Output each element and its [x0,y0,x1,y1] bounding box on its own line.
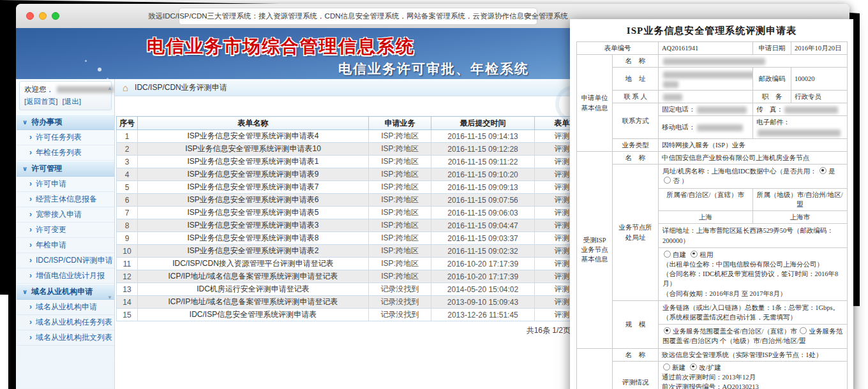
sidebar-item-label: 许可变更 [36,225,66,234]
cell-name: ISP业务信息安全管理系统评测申请表3 [138,219,369,232]
table-row[interactable]: 8ISP业务信息安全管理系统评测申请表3ISP:跨地区2016-11-15 09… [117,219,605,232]
sidebar-item[interactable]: ›域名从业机构申请 [17,300,114,315]
scale-line2: （系统根据覆盖情况栏自动计算，无需填写） [662,314,797,321]
applications-table: 序号表单名称申请业务最后提交时间表单状态 1ISP业务信息安全管理系统评测申请表… [116,116,605,321]
cell-business: 记录没找到 [369,309,431,321]
cell-no: 2 [117,143,138,156]
app-title: 电信业务市场综合管理信息系统 [147,34,415,59]
form-no-value: AQ20161941 [659,42,753,55]
redacted-value [697,106,747,114]
sidebar-item-label: IDC/ISP/CDN评测申请 [36,256,113,265]
radio-rebuild[interactable] [690,363,697,371]
radio-scope-province[interactable] [664,327,671,334]
table-row[interactable]: 13IDC机房运行安全评测申请登记表记录没找到2014-05-20 15:04:… [117,283,605,296]
cell-name: ISP业务信息安全管理系统评测申请表7 [138,181,369,194]
cell-no: 4 [117,168,138,181]
home-page-link[interactable]: [返回首页] [24,98,57,105]
address-bar[interactable]: 致远IDC/ISP/CDN三大管理系统：接入资源管理系统，CDN信息安全管理系统… [179,8,537,25]
zip-label: 邮政编码 [753,68,791,90]
cell-time: 2016-11-15 09:03:37 [431,232,535,245]
sidebar-section-header[interactable]: ∨许可管理 [17,161,114,177]
sidebar-item[interactable]: ›经营主体信息报备 [17,192,114,207]
cell-name: ISP业务信息安全管理系统评测申请表1 [138,156,369,168]
table-row[interactable]: 14ICP/IP地址/域名信息备案管理系统评测申请登记表记录没找到2013-09… [117,296,605,309]
cell-no: 7 [117,207,138,219]
sidebar-item[interactable]: ›许可变更 [17,223,114,238]
sidebar-item-label: 年检任务列表 [36,148,82,157]
eval-line2: 前次评测报告编号：AQ20130213 [662,383,759,389]
cell-name: ISP业务信息安全管理系统评测申请表4 [138,130,369,143]
sidebar-item[interactable]: ›域名从业机构任务列表 [17,315,114,330]
table-row[interactable]: 5ISP业务信息安全管理系统评测申请表7ISP:跨地区2016-11-15 09… [117,181,605,194]
province-header: 所属省/自治区/（直辖）市 [659,189,753,211]
breadcrumb-text: IDC/ISP/CDN业务评测申请 [135,79,227,96]
mobile-cell: 移动电话： [659,116,753,138]
job-value: 行政专员 [791,90,848,103]
table-row[interactable]: 4ISP业务信息安全管理系统评测申请表9ISP:跨地区2016-11-15 09… [117,168,605,181]
radio-scope-cities[interactable] [800,327,807,334]
sidebar-section-header[interactable]: ∨待办事项 [17,114,114,130]
cell-no: 5 [117,181,138,194]
sidebar-item[interactable]: ›年检任务列表 [17,145,114,161]
redacted-value [663,71,753,78]
sidebar-item-label: 域名从业机构任务列表 [36,318,112,327]
radio-rent[interactable] [691,251,698,258]
cell-time: 2014-05-20 15:04:02 [431,283,535,296]
minimize-window-button[interactable] [39,12,47,20]
table-row[interactable]: 10ISP业务信息安全管理系统评测申请表2ISP:跨地区2016-11-15 0… [117,245,605,258]
redacted-value [758,129,841,136]
cell-no: 9 [117,232,138,245]
scroll-up-icon[interactable]: ▲ [107,85,112,91]
eval-cell: 新建 改/扩建 通过前次评测时间：2013年12月 前次评测报告编号：AQ201… [659,361,848,389]
sidebar-item[interactable]: ›宽带接入申请 [17,207,114,223]
detail-addr: 详细地址：上海市普陀区延长西路529弄50号（邮政编码：200000） [659,224,847,247]
scroll-down-icon[interactable]: ▼ [107,295,112,300]
cell-business: ISP:跨地区 [369,270,431,283]
sidebar-section-header[interactable]: ∨域名从业机构申请 [17,284,114,300]
reload-icon[interactable]: ⟳ [524,11,531,20]
sidebar-item[interactable]: ›IDC/ISP/CDN评测申请 [17,253,114,268]
sidebar-item[interactable]: ›域名从业机构批文列表 [17,330,114,346]
node-name-value: 中信国安信息产业股份有限公司上海机房业务节点 [659,151,848,164]
sidebar-item-label: 域名从业机构申请 [36,302,97,311]
table-row[interactable]: 9ISP业务信息安全管理系统评测申请表8ISP:跨地区2016-11-15 09… [117,232,605,245]
site-cell: 局址/机房名称：上海电信IDC数据中心（是否共用： 是 否 ） 所属省/自治区/… [659,165,848,301]
sidebar-item[interactable]: ›许可任务列表 [17,130,114,145]
section-applicant-label: 申请单位基本信息 [577,55,613,152]
table-row[interactable]: 12ICP/IP地址/域名信息备案管理系统评测申请登记表ISP:跨地区2016-… [117,270,605,283]
table-row[interactable]: 15IDC/ISP信息安全管理系统评测申请表记录没找到2013-12-26 11… [117,309,605,321]
radio-shared-no[interactable] [664,177,671,184]
chevron-right-icon: › [29,318,32,327]
radio-new[interactable] [663,363,670,371]
table-row[interactable]: 1ISP业务信息安全管理系统评测申请表4ISP:跨地区2016-11-15 09… [117,130,605,143]
table-row[interactable]: 11IDC/ISP/CDN接入资源管理平台评测申请登记表ISP:跨地区2016-… [117,258,605,270]
sys-name-value: 致远信息安全管理系统（实际管理ISP业务节点：1处） [659,348,848,361]
column-header: 表单名称 [138,117,369,130]
chevron-right-icon: › [29,333,32,342]
sidebar-item[interactable]: ›年检申请 [17,238,114,253]
chevron-right-icon: › [29,271,32,280]
table-row[interactable]: 7ISP业务信息安全管理系统评测申请表5ISP:跨地区2016-11-15 09… [117,207,605,219]
home-icon[interactable]: ⌂ [123,83,128,92]
cell-name: ISP业务信息安全管理系统评测申请表2 [138,245,369,258]
close-window-button[interactable] [26,12,34,20]
zip-value: 100020 [791,68,848,90]
email-cell: 电子邮件： [753,116,848,138]
job-label: 职 务 [753,90,791,103]
sidebar-item[interactable]: ›增值电信业统计月报 [17,268,114,284]
radio-self-build[interactable] [664,251,671,258]
biz-type-value: 因特网接入服务（ISP）业务 [659,138,848,151]
table-row[interactable]: 2ISP业务信息安全管理系统评测申请表10ISP:跨地区2016-11-15 0… [117,143,605,156]
radio-shared-yes[interactable] [819,167,827,174]
apply-date-value: 2016年10月20日 [791,42,848,55]
sidebar-item-label: 许可申请 [36,179,66,188]
sidebar: 欢迎您， [返回首页] [退出] ∨待办事项›许可任务列表›年检任务列表∨许可管… [17,79,115,389]
dot-decoration [85,60,87,62]
biz-type-label: 业务类型 [613,138,659,151]
results-table-wrap: 序号表单名称申请业务最后提交时间表单状态 1ISP业务信息安全管理系统评测申请表… [116,116,588,336]
zoom-window-button[interactable] [52,12,59,20]
table-row[interactable]: 6ISP业务信息安全管理系统评测申请表6ISP:跨地区2016-11-15 09… [117,194,605,207]
logout-link[interactable]: [退出] [63,98,81,105]
sidebar-item[interactable]: ›许可申请 [17,177,114,192]
table-row[interactable]: 3ISP业务信息安全管理系统评测申请表1ISP:跨地区2016-11-15 09… [117,156,605,168]
